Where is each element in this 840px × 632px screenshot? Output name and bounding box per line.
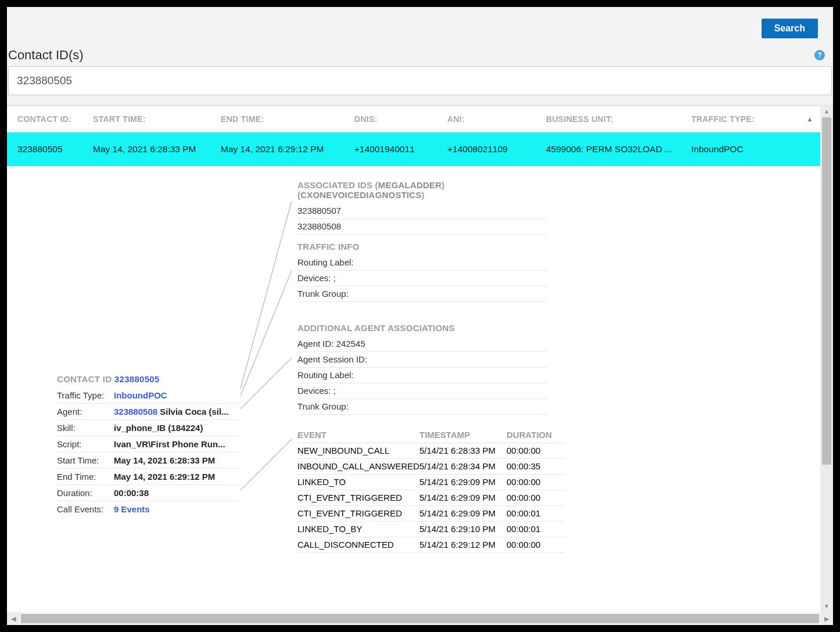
event-timestamp: 5/14/21 6:29:12 PM	[419, 540, 507, 550]
svg-line-3	[239, 439, 292, 491]
results-header: CONTACT ID: START TIME: END TIME: DNIS: …	[7, 105, 820, 132]
col-bu-header[interactable]: BUSINESS UNIT:	[546, 114, 691, 124]
cell-tt: InboundPOC	[691, 144, 767, 155]
col-ani-header[interactable]: ANI:	[447, 114, 546, 124]
event-row: NEW_INBOUND_CALL5/14/21 6:28:33 PM00:00:…	[297, 443, 565, 459]
event-duration: 00:00:01	[507, 524, 559, 534]
col-contact-header[interactable]: CONTACT ID:	[17, 114, 93, 124]
scroll-right-arrow-icon[interactable]: ▶	[820, 612, 833, 625]
event-row: LINKED_TO_BY5/14/21 6:29:10 PM00:00:01	[297, 522, 565, 537]
scroll-up-icon[interactable]: ▲	[804, 116, 816, 123]
cell-contact: 323880505	[17, 144, 93, 155]
vscroll-thumb[interactable]	[822, 117, 831, 465]
event-row: CALL_DISCONNECTED5/14/21 6:29:12 PM00:00…	[297, 537, 565, 553]
events-header: EVENT TIMESTAMP DURATION	[297, 428, 565, 443]
traffic-info-title: TRAFFIC INFO	[297, 242, 547, 255]
event-name: LINKED_TO_BY	[297, 524, 419, 534]
results-row[interactable]: 323880505 May 14, 2021 6:28:33 PM May 14…	[7, 132, 820, 166]
traffic-info-panel: TRAFFIC INFO Routing Label: Devices: ; T…	[297, 242, 547, 302]
assoc-id[interactable]: 323880508	[297, 219, 547, 235]
associated-ids-panel: ASSOCIATED IDS (MEGALADDER) (CXONEVOICED…	[297, 180, 547, 235]
card-script: Ivan_VR\First Phone Run...	[114, 439, 240, 449]
traffic-routing: Routing Label:	[297, 255, 547, 271]
scroll-left-arrow-icon[interactable]: ◀	[7, 612, 20, 625]
card-skill: iv_phone_IB (184224)	[114, 423, 240, 433]
event-name: CTI_EVENT_TRIGGERED	[297, 508, 419, 518]
col-start-header[interactable]: START TIME:	[93, 114, 221, 124]
agent-session: Agent Session ID:	[297, 352, 547, 368]
contact-id-input[interactable]	[8, 66, 832, 95]
event-duration: 00:00:00	[507, 477, 559, 487]
search-button[interactable]: Search	[762, 19, 818, 38]
assoc-id[interactable]: 323880507	[297, 203, 547, 219]
event-row: INBOUND_CALL_ANSWERED5/14/21 6:28:34 PM0…	[297, 459, 565, 475]
svg-line-1	[239, 271, 292, 398]
event-timestamp: 5/14/21 6:29:10 PM	[419, 524, 507, 534]
agent-assoc-panel: ADDITIONAL AGENT ASSOCIATIONS Agent ID: …	[297, 323, 547, 415]
hscroll-track[interactable]	[21, 614, 819, 623]
event-duration: 00:00:01	[507, 508, 559, 518]
event-duration: 00:00:00	[507, 493, 559, 502]
card-call-events-link[interactable]: 9 Events	[114, 504, 240, 514]
card-duration: 00:00:38	[114, 488, 240, 498]
agent-assoc-title: ADDITIONAL AGENT ASSOCIATIONS	[297, 323, 547, 336]
help-icon[interactable]: ?	[814, 50, 825, 60]
agent-trunk: Trunk Group:	[297, 399, 547, 415]
event-row: CTI_EVENT_TRIGGERED5/14/21 6:29:09 PM00:…	[297, 506, 565, 522]
card-start: May 14, 2021 6:28:33 PM	[114, 455, 240, 465]
event-timestamp: 5/14/21 6:29:09 PM	[419, 508, 507, 518]
associated-ids-title: ASSOCIATED IDS (MEGALADDER) (CXONEVOICED…	[297, 180, 547, 203]
col-tt-header[interactable]: TRAFFIC TYPE:	[691, 114, 767, 124]
cell-start: May 14, 2021 6:28:33 PM	[93, 144, 221, 155]
contact-card-title: CONTACT ID 323880505	[57, 374, 240, 387]
event-timestamp: 5/14/21 6:28:34 PM	[419, 461, 507, 471]
events-panel: EVENT TIMESTAMP DURATION NEW_INBOUND_CAL…	[297, 428, 565, 553]
vertical-scrollbar[interactable]: ▲ ▼	[820, 105, 833, 612]
card-traffic-type[interactable]: InboundPOC	[114, 390, 240, 400]
svg-line-2	[239, 358, 292, 410]
card-end: May 14, 2021 6:29:12 PM	[114, 472, 240, 482]
col-end-header[interactable]: END TIME:	[221, 114, 354, 124]
event-duration: 00:00:00	[507, 540, 559, 550]
event-timestamp: 5/14/21 6:29:09 PM	[419, 493, 507, 502]
contact-card: CONTACT ID 323880505 Traffic Type:Inboun…	[57, 374, 240, 517]
cell-ani: +14008021109	[447, 144, 546, 155]
event-row: LINKED_TO5/14/21 6:29:09 PM00:00:00	[297, 475, 565, 490]
card-agent[interactable]: 323880508 Silvia Coca (sil...	[114, 407, 240, 416]
event-timestamp: 5/14/21 6:29:09 PM	[419, 477, 507, 487]
scroll-down-arrow-icon[interactable]: ▼	[820, 599, 833, 612]
traffic-devices: Devices: ;	[297, 271, 547, 286]
event-duration: 00:00:00	[507, 446, 559, 455]
event-name: CALL_DISCONNECTED	[297, 540, 419, 550]
event-name: CTI_EVENT_TRIGGERED	[297, 493, 419, 502]
cell-dnis: +14001940011	[354, 144, 447, 155]
agent-routing: Routing Label:	[297, 368, 547, 383]
agent-devices: Devices: ;	[297, 383, 547, 399]
event-timestamp: 5/14/21 6:28:33 PM	[419, 446, 507, 455]
detail-area: CONTACT ID 323880505 Traffic Type:Inboun…	[7, 166, 820, 608]
horizontal-scrollbar[interactable]: ◀ ▶	[7, 612, 833, 625]
agent-id: Agent ID: 242545	[297, 336, 547, 352]
vscroll-track[interactable]	[820, 117, 833, 599]
event-name: LINKED_TO	[297, 477, 419, 487]
col-dnis-header[interactable]: DNIS:	[354, 114, 447, 124]
cell-bu: 4599006: PERM SO32LOAD ...	[546, 144, 691, 155]
contact-card-id[interactable]: 323880505	[114, 374, 160, 384]
event-row: CTI_EVENT_TRIGGERED5/14/21 6:29:09 PM00:…	[297, 490, 565, 506]
cell-end: May 14, 2021 6:29:12 PM	[221, 144, 354, 155]
event-name: INBOUND_CALL_ANSWERED	[297, 461, 419, 471]
traffic-trunk: Trunk Group:	[297, 286, 547, 302]
contact-id-label: Contact ID(s)	[8, 48, 84, 63]
svg-line-0	[239, 201, 292, 393]
event-name: NEW_INBOUND_CALL	[297, 446, 419, 455]
scroll-up-arrow-icon[interactable]: ▲	[820, 105, 833, 117]
event-duration: 00:00:35	[507, 461, 559, 471]
